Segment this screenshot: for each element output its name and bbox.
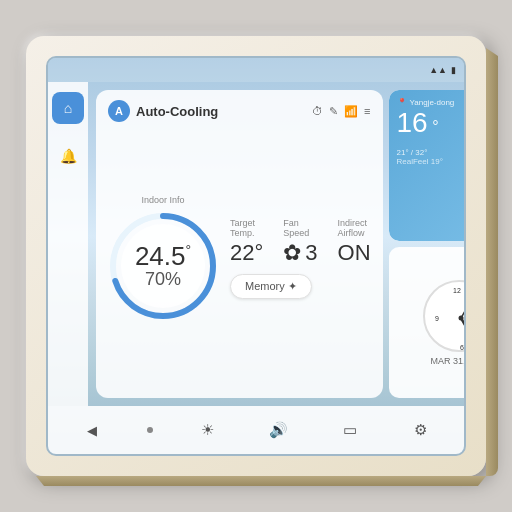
ac-body: Indoor Info (108, 128, 371, 388)
ac-card: A Auto-Cooling ⏱ ✎ 📶 ≡ Indoor Info (96, 90, 383, 398)
weather-content: 📍 Yangje-dong 16 ° 21° / (397, 98, 466, 166)
volume-icon: 🔊 (269, 421, 288, 439)
main-content: A Auto-Cooling ⏱ ✎ 📶 ≡ Indoor Info (88, 82, 464, 406)
fan-icon: ✿ (283, 240, 301, 266)
weather-card: 📍 Yangje-dong 16 ° 21° / (389, 90, 466, 241)
signal-icon: ▲▲ (429, 65, 447, 75)
back-button[interactable]: ◀ (76, 414, 108, 446)
nav-dot (147, 427, 153, 433)
airflow-item: Indirect Airflow ON (338, 218, 371, 266)
clock-svg: 12 3 6 9 (425, 282, 466, 354)
target-temp-item: Target Temp. 22° (230, 218, 263, 266)
edit-icon[interactable]: ✎ (329, 105, 338, 118)
device: ▲▲ ▮ ⌂ 🔔 A Auto-Cooli (26, 36, 486, 476)
fan-speed-label: Fan Speed (283, 218, 317, 238)
weather-range: 21° / 32° (397, 148, 466, 157)
svg-line-8 (461, 298, 466, 317)
target-temp-label: Target Temp. (230, 218, 263, 238)
humidity-value: 70% (145, 269, 181, 290)
screen: ▲▲ ▮ ⌂ 🔔 A Auto-Cooli (46, 56, 466, 456)
ac-title: Auto-Cooling (136, 104, 218, 119)
screen-icon: ▭ (343, 421, 357, 439)
memory-button[interactable]: Memory ✦ (230, 274, 312, 299)
wifi-icon[interactable]: 📶 (344, 105, 358, 118)
status-icons: ▲▲ ▮ (429, 65, 456, 75)
weather-realfeel: RealFeel 19° (397, 157, 466, 166)
sidebar-item-notifications[interactable]: 🔔 (52, 140, 84, 172)
brightness-icon: ☀ (201, 421, 214, 439)
clock-card: 12 3 6 9 MAR 31, THU (389, 247, 466, 398)
brightness-button[interactable]: ☀ (192, 414, 224, 446)
svg-text:9: 9 (435, 315, 439, 322)
weather-location: 📍 Yangje-dong (397, 98, 466, 107)
temperature-value: 24.5° (135, 243, 191, 269)
status-bar: ▲▲ ▮ (48, 58, 464, 82)
location-icon: 📍 (397, 98, 407, 107)
indoor-label: Indoor Info (141, 195, 184, 205)
clock-icon[interactable]: ⏱ (312, 105, 323, 117)
stats-panel: Target Temp. 22° Fan Speed ✿ 3 (230, 218, 371, 299)
ac-header: A Auto-Cooling ⏱ ✎ 📶 ≡ (108, 100, 371, 122)
bell-icon: 🔔 (60, 148, 77, 164)
home-icon: ⌂ (64, 100, 72, 116)
menu-icon[interactable]: ≡ (364, 105, 370, 117)
weather-temp-row: 16 ° (397, 109, 466, 145)
svg-text:6: 6 (460, 344, 464, 351)
screen-button[interactable]: ▭ (334, 414, 366, 446)
ac-logo: A (108, 100, 130, 122)
settings-icon: ⚙ (414, 421, 427, 439)
svg-text:12: 12 (453, 287, 461, 294)
ac-control-icons: ⏱ ✎ 📶 ≡ (312, 105, 370, 118)
ac-title-group: A Auto-Cooling (108, 100, 218, 122)
sidebar: ⌂ 🔔 (48, 82, 88, 406)
right-panels: 📍 Yangje-dong 16 ° 21° / (389, 90, 466, 398)
airflow-label: Indirect Airflow (338, 218, 371, 238)
weather-temperature: 16 ° (397, 109, 439, 137)
settings-button[interactable]: ⚙ (405, 414, 437, 446)
bottom-bar: ◀ ☀ 🔊 ▭ ⚙ (48, 406, 464, 454)
temperature-gauge: 24.5° 70% (108, 211, 218, 321)
clock-face: 12 3 6 9 (423, 280, 466, 352)
battery-icon: ▮ (451, 65, 456, 75)
stats-row-top: Target Temp. 22° Fan Speed ✿ 3 (230, 218, 371, 266)
ac-logo-letter: A (115, 105, 123, 117)
gauge-values: 24.5° 70% (135, 243, 191, 290)
fan-speed-item: Fan Speed ✿ 3 (283, 218, 317, 266)
sidebar-item-home[interactable]: ⌂ (52, 92, 84, 124)
gauge-container: Indoor Info (108, 195, 218, 321)
fan-speed-value: ✿ 3 (283, 240, 317, 266)
volume-button[interactable]: 🔊 (263, 414, 295, 446)
airflow-value: ON (338, 240, 371, 266)
target-temp-value: 22° (230, 240, 263, 266)
svg-point-9 (458, 315, 463, 320)
clock-date: MAR 31, THU (431, 356, 466, 366)
